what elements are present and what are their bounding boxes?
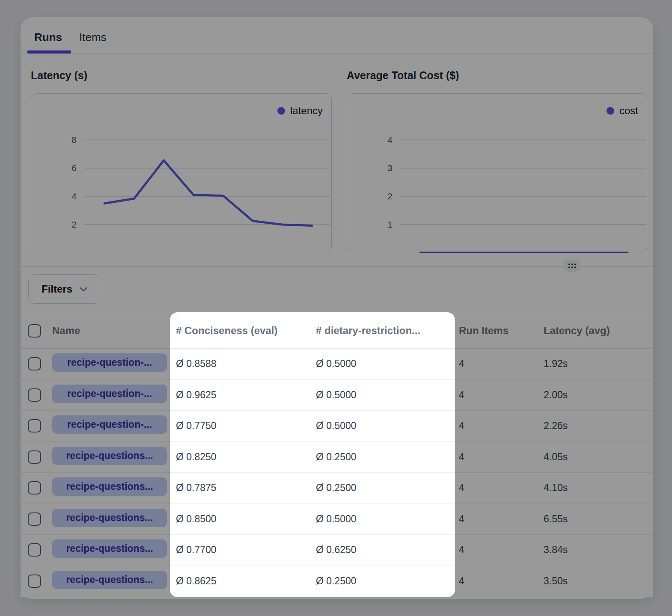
row-checkbox-cell <box>21 419 47 432</box>
run-name-cell: recipe-questions... <box>47 571 170 592</box>
run-items-cell: 4 <box>455 513 533 525</box>
latency-cell: 3.84s <box>533 544 653 556</box>
run-name-badge[interactable]: recipe-questions... <box>52 477 167 496</box>
cost-chart-panel: 4321 cost <box>347 93 647 252</box>
table-row[interactable]: recipe-questions... Ø 0.7700 Ø 0.6250 4 … <box>21 535 653 566</box>
conciseness-cell: Ø 0.7750 <box>170 420 310 432</box>
conciseness-cell: Ø 0.8625 <box>170 575 310 587</box>
run-name-badge[interactable]: recipe-questions... <box>52 539 167 558</box>
svg-text:1: 1 <box>387 219 392 229</box>
table-row[interactable]: recipe-questions... Ø 0.8625 Ø 0.2500 4 … <box>21 566 653 597</box>
latency-cell: 2.00s <box>533 389 653 401</box>
svg-text:2: 2 <box>387 191 392 201</box>
run-name-badge[interactable]: recipe-question-... <box>52 353 167 372</box>
chevron-down-icon <box>78 284 89 294</box>
run-items-cell: 4 <box>455 575 533 587</box>
table-header-row: Name # Conciseness (eval) # dietary-rest… <box>21 313 653 349</box>
table-row[interactable]: recipe-questions... Ø 0.7875 Ø 0.2500 4 … <box>21 473 653 504</box>
conciseness-cell: Ø 0.8500 <box>170 513 310 525</box>
dietary-cell: Ø 0.5000 <box>310 389 455 401</box>
run-name-badge[interactable]: recipe-questions... <box>52 509 167 527</box>
svg-text:2: 2 <box>71 219 77 229</box>
dietary-cell: Ø 0.2500 <box>310 451 455 463</box>
row-checkbox[interactable] <box>28 575 41 588</box>
svg-text:6: 6 <box>71 163 77 173</box>
resize-drag-handle[interactable] <box>564 260 580 272</box>
svg-text:8: 8 <box>71 135 77 145</box>
run-name-cell: recipe-questions... <box>47 447 170 468</box>
latency-legend-label: latency <box>290 105 323 117</box>
row-checkbox[interactable] <box>28 419 41 432</box>
column-header-latency[interactable]: Latency (avg) <box>533 325 653 337</box>
section-divider <box>21 266 653 267</box>
column-header-conciseness[interactable]: # Conciseness (eval) <box>170 325 310 337</box>
run-name-cell: recipe-question-... <box>47 385 170 406</box>
latency-cell: 2.26s <box>533 420 653 432</box>
latency-cell: 6.55s <box>533 513 653 525</box>
row-checkbox[interactable] <box>28 450 41 464</box>
row-checkbox[interactable] <box>28 512 41 526</box>
tab-bar: Runs Items <box>21 17 653 54</box>
drag-dots-icon <box>568 264 576 268</box>
table-row[interactable]: recipe-question-... Ø 0.7750 Ø 0.5000 4 … <box>21 411 653 442</box>
run-items-cell: 4 <box>455 544 533 556</box>
run-name-badge[interactable]: recipe-question-... <box>52 385 167 403</box>
table-row[interactable]: recipe-question-... Ø 0.8588 Ø 0.5000 4 … <box>21 349 653 380</box>
svg-text:4: 4 <box>387 135 392 145</box>
dietary-cell: Ø 0.5000 <box>310 513 455 525</box>
conciseness-cell: Ø 0.9625 <box>170 389 310 401</box>
column-header-run-items[interactable]: Run Items <box>455 325 533 337</box>
row-checkbox[interactable] <box>28 543 41 557</box>
latency-chart-legend: latency <box>277 105 323 117</box>
runs-table: Name # Conciseness (eval) # dietary-rest… <box>21 313 653 597</box>
run-name-cell: recipe-questions... <box>47 509 170 530</box>
row-checkbox-cell <box>21 512 47 526</box>
row-checkbox-cell <box>21 575 47 588</box>
latency-cell: 3.50s <box>533 575 653 587</box>
dietary-cell: Ø 0.5000 <box>310 358 455 370</box>
latency-chart-plot: 8642 <box>31 94 332 253</box>
run-name-cell: recipe-question-... <box>47 353 170 374</box>
latency-chart-title: Latency (s) <box>31 69 87 82</box>
latency-chart-panel: 8642 latency <box>31 93 332 252</box>
tab-items[interactable]: Items <box>79 31 107 44</box>
conciseness-cell: Ø 0.7875 <box>170 482 310 494</box>
cost-chart-title: Average Total Cost ($) <box>347 69 459 82</box>
row-checkbox-cell <box>21 481 47 495</box>
run-name-badge[interactable]: recipe-questions... <box>52 447 167 465</box>
latency-cell: 4.05s <box>533 451 653 463</box>
column-header-name[interactable]: Name <box>47 325 170 337</box>
select-all-checkbox-cell <box>21 324 47 338</box>
run-name-cell: recipe-questions... <box>47 539 170 560</box>
active-tab-indicator <box>27 50 71 53</box>
column-header-dietary[interactable]: # dietary-restriction... <box>310 325 455 337</box>
table-row[interactable]: recipe-question-... Ø 0.9625 Ø 0.5000 4 … <box>21 380 653 411</box>
tab-runs[interactable]: Runs <box>34 31 62 44</box>
row-checkbox[interactable] <box>28 481 41 495</box>
run-name-badge[interactable]: recipe-questions... <box>52 571 167 589</box>
run-items-cell: 4 <box>455 358 533 370</box>
cost-legend-label: cost <box>619 105 638 117</box>
row-checkbox-cell <box>21 543 47 557</box>
table-row[interactable]: recipe-questions... Ø 0.8250 Ø 0.2500 4 … <box>21 442 653 473</box>
dietary-cell: Ø 0.2500 <box>310 482 455 494</box>
row-checkbox[interactable] <box>28 388 41 402</box>
table-body: recipe-question-... Ø 0.8588 Ø 0.5000 4 … <box>21 349 653 597</box>
conciseness-cell: Ø 0.8588 <box>170 358 310 370</box>
latency-legend-dot-icon <box>277 107 285 115</box>
conciseness-cell: Ø 0.8250 <box>170 451 310 463</box>
latency-cell: 4.10s <box>533 482 653 494</box>
cost-legend-dot-icon <box>607 107 614 115</box>
run-name-cell: recipe-questions... <box>47 477 170 498</box>
dietary-cell: Ø 0.6250 <box>310 544 455 556</box>
run-name-badge[interactable]: recipe-question-... <box>52 415 167 434</box>
select-all-checkbox[interactable] <box>28 324 41 338</box>
row-checkbox[interactable] <box>28 357 41 370</box>
table-row[interactable]: recipe-questions... Ø 0.8500 Ø 0.5000 4 … <box>21 504 653 535</box>
run-items-cell: 4 <box>455 389 533 401</box>
run-items-cell: 4 <box>455 451 533 463</box>
row-checkbox-cell <box>21 450 47 464</box>
filters-button[interactable]: Filters <box>28 274 100 304</box>
svg-text:3: 3 <box>387 163 392 173</box>
row-checkbox-cell <box>21 357 47 370</box>
